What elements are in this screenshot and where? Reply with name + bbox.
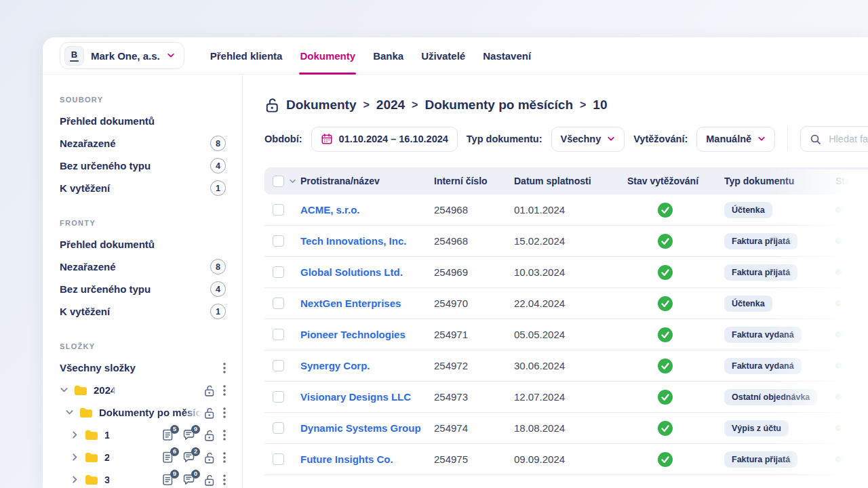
- chevron-down-icon: [757, 135, 766, 143]
- row-checkbox[interactable]: [273, 235, 284, 247]
- files-item-nezarazene[interactable]: Nezařazené 8: [60, 132, 226, 155]
- breadcrumb-2024[interactable]: 2024: [376, 98, 405, 113]
- row-checkbox[interactable]: [273, 298, 284, 309]
- document-link[interactable]: Synergy Corp.: [300, 360, 370, 371]
- comment-count-icon: 0: [182, 473, 195, 486]
- chevron-down-icon[interactable]: [289, 178, 296, 185]
- document-link[interactable]: Future Insights Co.: [300, 453, 393, 465]
- column-header-protistrana[interactable]: Protistrana/název: [300, 176, 434, 186]
- chevron-down-icon[interactable]: [60, 385, 70, 395]
- unlocked-icon[interactable]: [203, 384, 215, 396]
- files-item-k-vytezeni[interactable]: K vytěžení 1: [60, 177, 226, 199]
- status-dot-icon: [835, 363, 842, 369]
- row-checkbox[interactable]: [273, 453, 284, 465]
- folder-row-2[interactable]: 2 6 2: [60, 446, 226, 468]
- item-label: Všechny složky: [60, 362, 136, 373]
- folder-row-dokumenty-po-mesicich[interactable]: Dokumenty po měsících: [60, 401, 226, 424]
- tab-prehled-klienta[interactable]: Přehled klienta: [201, 37, 292, 74]
- search-input[interactable]: [827, 133, 868, 145]
- folder-icon: [84, 451, 98, 463]
- column-header-interni-cislo[interactable]: Interní číslo: [434, 176, 514, 186]
- due-date: 30.06.2024: [514, 360, 627, 371]
- all-folders-row[interactable]: Všechny složky: [60, 357, 226, 379]
- column-header-stav-uhrady[interactable]: Stav úhrady: [835, 176, 868, 186]
- kebab-menu-icon[interactable]: [223, 430, 226, 441]
- internal-number: 254968: [434, 204, 514, 216]
- column-header-typ-dokumentu[interactable]: Typ dokumentu: [724, 176, 835, 186]
- kebab-menu-icon[interactable]: [223, 407, 226, 418]
- main-content: Dokumenty > 2024 > Dokumenty po měsících…: [243, 75, 868, 487]
- row-checkbox[interactable]: [273, 329, 284, 340]
- row-checkbox[interactable]: [273, 422, 284, 434]
- row-checkbox[interactable]: [273, 360, 284, 371]
- payment-status: Uhrazeno: [835, 235, 868, 247]
- tab-banka[interactable]: Banka: [364, 37, 412, 74]
- row-checkbox[interactable]: [273, 391, 284, 403]
- queues-item-bez-urceneho-typu[interactable]: Bez určeného typu 4: [60, 278, 226, 300]
- document-count-badge: 6: [170, 447, 179, 456]
- chevron-down-icon: [607, 135, 615, 143]
- document-link[interactable]: Visionary Designs LLC: [300, 391, 411, 403]
- queues-item-nezarazene[interactable]: Nezařazené 8: [60, 256, 226, 278]
- tab-uzivatele[interactable]: Uživatelé: [412, 37, 474, 74]
- folder-row-1[interactable]: 1 5 9: [60, 424, 226, 446]
- folder-row-2024[interactable]: 2024: [60, 379, 226, 401]
- unlocked-icon[interactable]: [203, 407, 215, 419]
- chevron-down-icon[interactable]: [65, 407, 75, 418]
- tab-nastaveni[interactable]: Nastavení: [474, 37, 540, 74]
- column-header-stav-vytezovani[interactable]: Stav vytěžování: [627, 176, 724, 186]
- date-range-button[interactable]: 01.10.2024 – 16.10.2024: [311, 127, 458, 152]
- queues-item-prehled-dokumentu[interactable]: Přehled dokumentů: [60, 233, 226, 256]
- extraction-select[interactable]: Manuálně: [696, 127, 775, 152]
- row-checkbox[interactable]: [273, 204, 284, 216]
- tab-dokumenty[interactable]: Dokumenty: [291, 37, 364, 74]
- calendar-icon: [321, 133, 333, 145]
- client-logo-letter: B: [71, 50, 77, 59]
- table-row: NextGen Enterprises 254970 22.04.2024 Úč…: [264, 288, 868, 319]
- breadcrumb-10[interactable]: 10: [593, 98, 607, 113]
- unlocked-icon[interactable]: [264, 97, 279, 113]
- document-type-select[interactable]: Všechny: [551, 127, 625, 152]
- payment-status-label: Uhrazeno: [848, 266, 868, 278]
- payment-status-label: Uhrazeno: [848, 204, 868, 216]
- chevron-right-icon[interactable]: [71, 430, 81, 440]
- document-link[interactable]: Dynamic Systems Group: [300, 422, 421, 434]
- document-link[interactable]: Pioneer Technologies: [300, 329, 406, 340]
- files-item-bez-urceneho-typu[interactable]: Bez určeného typu 4: [60, 155, 226, 177]
- item-label: Bez určeného typu: [60, 283, 151, 295]
- unlocked-icon[interactable]: [203, 429, 215, 441]
- queues-item-k-vytezeni[interactable]: K vytěžení 1: [60, 300, 226, 323]
- breadcrumb-dokumenty[interactable]: Dokumenty: [286, 98, 356, 113]
- sidebar-section-soubory: SOUBORY Přehled dokumentů Nezařazené 8 B…: [60, 95, 226, 199]
- payment-status: Uhrazeno: [835, 391, 868, 403]
- document-link[interactable]: Tech Innovations, Inc.: [300, 235, 406, 247]
- payment-status: Uhrazeno: [835, 204, 868, 216]
- row-checkbox[interactable]: [273, 266, 284, 278]
- folder-label: Dokumenty po měsících: [99, 407, 203, 418]
- unlocked-icon[interactable]: [203, 451, 215, 464]
- kebab-menu-icon[interactable]: [223, 474, 226, 485]
- document-type-badge: Účtenka: [724, 296, 772, 312]
- table-header: Protistrana/název Interní číslo Datum sp…: [264, 167, 868, 195]
- chevron-right-icon[interactable]: [71, 452, 81, 462]
- document-link[interactable]: Global Solutions Ltd.: [300, 266, 403, 278]
- kebab-menu-icon[interactable]: [223, 363, 226, 373]
- breadcrumb-dokumenty-po-mesicich[interactable]: Dokumenty po měsících: [425, 98, 573, 113]
- payment-status-label: Uhrazeno: [848, 329, 868, 340]
- document-link[interactable]: NextGen Enterprises: [300, 298, 401, 309]
- files-item-prehled-dokumentu[interactable]: Přehled dokumentů: [60, 110, 226, 132]
- search-box[interactable]: [800, 126, 868, 152]
- check-circle-icon: [658, 327, 673, 342]
- unlocked-icon[interactable]: [203, 474, 215, 486]
- chevron-right-icon[interactable]: [71, 474, 81, 485]
- folder-icon: [84, 429, 98, 441]
- kebab-menu-icon[interactable]: [223, 452, 226, 463]
- document-type-badge: Účtenka: [724, 202, 772, 218]
- folder-row-3[interactable]: 3 9 0: [60, 468, 226, 487]
- column-header-datum-splatnosti[interactable]: Datum splatnosti: [514, 176, 627, 186]
- client-switcher[interactable]: B Mark One, a.s.: [60, 42, 184, 69]
- due-date: 01.01.2024: [514, 204, 627, 216]
- kebab-menu-icon[interactable]: [223, 385, 226, 396]
- document-link[interactable]: ACME, s.r.o.: [300, 204, 360, 216]
- select-all-checkbox[interactable]: [273, 176, 284, 187]
